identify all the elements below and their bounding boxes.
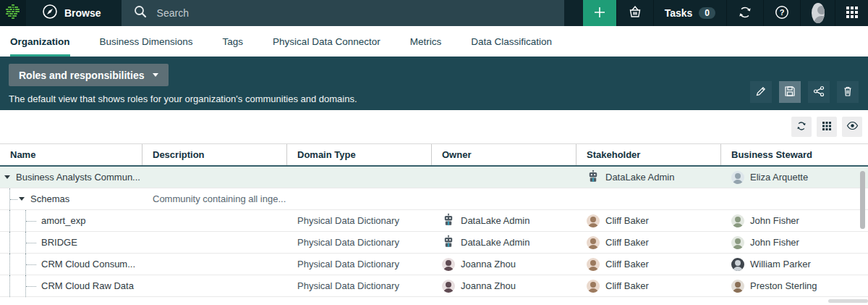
cell-name: Schemas	[0, 188, 142, 210]
tree-guide-line	[26, 221, 36, 222]
search-bar[interactable]	[122, 0, 564, 26]
help-button[interactable]: ?	[763, 0, 800, 26]
cell-description	[142, 167, 287, 188]
column-header-stakeholder[interactable]: Stakeholder	[576, 144, 721, 165]
person-name[interactable]: Eliza Arquette	[750, 172, 808, 183]
sync-button[interactable]	[726, 0, 763, 26]
view-selector-label: Roles and responsibilities	[19, 70, 145, 81]
expand-caret-icon[interactable]	[19, 197, 25, 201]
avatar-head	[735, 173, 741, 179]
vertical-scrollbar[interactable]	[860, 171, 865, 229]
app-logo[interactable]	[0, 0, 26, 26]
column-header-owner[interactable]: Owner	[432, 144, 576, 165]
sync-icon	[737, 4, 753, 22]
cell-name: amort_exp	[0, 210, 142, 232]
column-header-domain-type[interactable]: Domain Type	[287, 144, 432, 165]
avatar-head	[735, 282, 741, 288]
asset-name[interactable]: CRM Cloud Raw Data	[41, 275, 134, 297]
tab-metrics[interactable]: Metrics	[410, 26, 442, 57]
refresh-button[interactable]	[791, 117, 812, 137]
horizontal-scrollbar[interactable]	[828, 299, 868, 303]
asset-name[interactable]: BRIDGE	[41, 232, 77, 254]
app-window: Browse	[0, 0, 868, 305]
person-avatar	[442, 280, 455, 293]
person-name[interactable]: Preston Sterling	[750, 280, 817, 291]
cell-owner: DataLake Admin	[432, 232, 576, 253]
search-input[interactable]	[157, 7, 553, 19]
table-row[interactable]: CRM Cloud Consum...Physical Data Diction…	[0, 254, 868, 275]
cell-owner: Joanna Zhou	[432, 254, 576, 275]
tab-data-classification[interactable]: Data Classification	[471, 26, 552, 57]
column-header-business-steward[interactable]: Business Steward	[721, 144, 868, 165]
avatar-shoulders	[733, 180, 743, 184]
tab-physical-data-connector[interactable]: Physical Data Connector	[273, 26, 380, 57]
save-view-button[interactable]	[779, 81, 801, 103]
person-name[interactable]: Cliff Baker	[605, 237, 649, 248]
edit-view-button[interactable]	[750, 81, 772, 103]
person-name[interactable]: DataLake Admin	[605, 172, 674, 183]
cell-name: BRIDGE	[0, 232, 142, 254]
create-asset-button[interactable]	[583, 0, 616, 26]
cell-business-steward: William Parker	[721, 254, 868, 275]
person-name[interactable]: DataLake Admin	[461, 237, 529, 248]
table-row[interactable]: BRIDGEPhysical Data DictionaryDataLake A…	[0, 232, 868, 254]
browse-button[interactable]: Browse	[26, 0, 122, 26]
asset-name[interactable]: CRM Cloud Consum...	[41, 254, 135, 275]
asset-name[interactable]: Schemas	[30, 188, 69, 210]
person-chip: Cliff Baker	[587, 280, 649, 293]
view-selector-button[interactable]: Roles and responsibilities	[9, 64, 169, 86]
expand-caret-icon[interactable]	[4, 175, 10, 179]
avatar-head	[735, 217, 741, 222]
tasks-label: Tasks	[665, 7, 693, 19]
tab-business-dimensions[interactable]: Business Dimensions	[100, 26, 193, 57]
share-view-button[interactable]	[808, 81, 830, 103]
delete-view-button[interactable]	[837, 81, 859, 103]
person-name[interactable]: John Fisher	[750, 237, 799, 248]
person-name[interactable]: DataLake Admin	[461, 215, 529, 226]
roles-table: NameDescriptionDomain TypeOwnerStakehold…	[0, 143, 868, 297]
preview-button[interactable]	[842, 117, 862, 137]
table-body: Business Analysts Commun...DataLake Admi…	[0, 167, 868, 297]
table-row[interactable]: CRM Cloud Raw DataPhysical Data Dictiona…	[0, 275, 868, 297]
person-avatar	[731, 258, 744, 271]
cell-business-steward: John Fisher	[721, 210, 868, 231]
table-row[interactable]: amort_expPhysical Data DictionaryDataLak…	[0, 210, 868, 232]
svg-text:?: ?	[780, 8, 785, 17]
person-chip: Joanna Zhou	[442, 258, 516, 271]
view-description: The default view that shows roles for yo…	[9, 93, 868, 104]
person-name[interactable]: Joanna Zhou	[461, 280, 516, 291]
data-basket-button[interactable]	[616, 0, 653, 26]
cell-stakeholder: Cliff Baker	[576, 275, 721, 296]
table-row[interactable]: Business Analysts Commun...DataLake Admi…	[0, 167, 868, 188]
view-header: Roles and responsibilities The default v…	[0, 57, 868, 110]
avatar-head	[735, 238, 741, 244]
person-name[interactable]: William Parker	[750, 259, 811, 270]
user-menu-button[interactable]	[800, 0, 835, 26]
person-chip: DataLake Admin	[442, 235, 529, 250]
column-header-label: Name	[10, 149, 35, 160]
asset-name[interactable]: amort_exp	[41, 210, 85, 232]
share-icon	[812, 85, 825, 100]
cell-business-steward: John Fisher	[721, 232, 868, 253]
column-header-description[interactable]: Description	[142, 144, 287, 165]
robot-avatar-icon	[442, 235, 455, 250]
asset-name[interactable]: Business Analysts Commun...	[16, 167, 140, 188]
apps-grid-button[interactable]	[835, 0, 868, 26]
person-chip: Joanna Zhou	[442, 280, 516, 293]
table-row[interactable]: SchemasCommunity containing all inge...	[0, 188, 868, 210]
avatar-head	[446, 282, 451, 288]
person-name[interactable]: Cliff Baker	[605, 259, 649, 270]
column-header-label: Owner	[442, 149, 471, 160]
person-name[interactable]: John Fisher	[750, 215, 799, 226]
column-grid-button[interactable]	[817, 117, 837, 137]
person-name[interactable]: Joanna Zhou	[461, 259, 516, 270]
column-header-name[interactable]: Name	[0, 144, 142, 165]
tab-tags[interactable]: Tags	[223, 26, 244, 57]
avatar-head	[590, 282, 596, 288]
avatar-head	[590, 217, 596, 222]
person-name[interactable]: Cliff Baker	[605, 215, 649, 226]
tree-guide-line	[9, 275, 10, 297]
tab-organization[interactable]: Organization	[10, 26, 70, 57]
person-name[interactable]: Cliff Baker	[605, 280, 649, 291]
tasks-button[interactable]: Tasks 0	[653, 0, 726, 26]
